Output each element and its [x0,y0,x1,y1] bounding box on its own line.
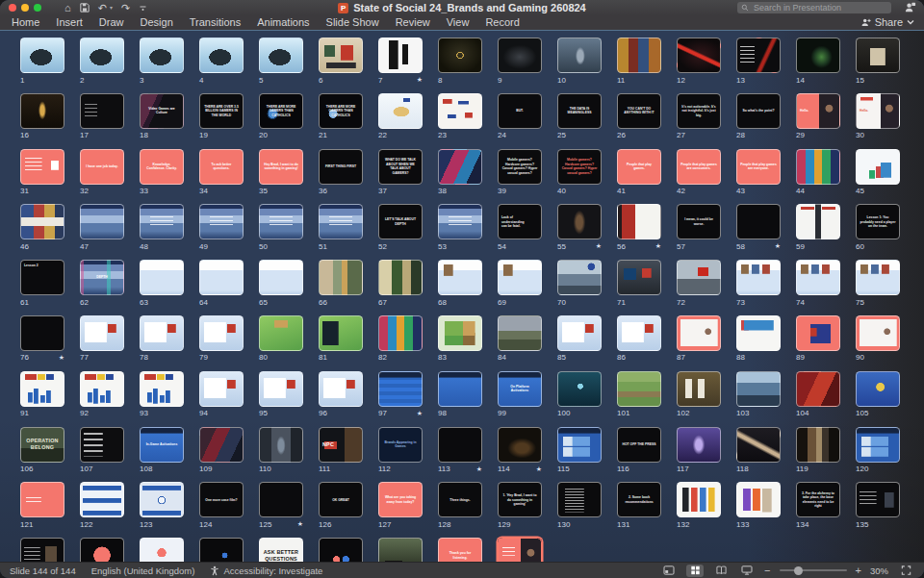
slide-thumbnail-56[interactable] [617,204,661,239]
normal-view-button[interactable] [660,565,678,577]
customize-toolbar-icon[interactable] [139,4,147,13]
slide-thumbnail-10[interactable] [557,38,602,73]
slide-thumbnail-79[interactable] [199,315,244,351]
slide-thumbnail-119[interactable] [796,427,840,463]
undo-dropdown-chevron-icon[interactable]: ▾ [110,5,113,11]
slide-thumbnail-73[interactable] [736,260,781,295]
slide-thumbnail-107[interactable] [80,427,124,463]
slide-thumbnail-33[interactable]: Knowledge. Confidence. Clarity. [140,149,184,185]
slide-thumbnail-109[interactable] [199,427,244,463]
slide-thumbnail-128[interactable]: Three things. [438,482,482,517]
slide-thumbnail-131[interactable]: 2. Some book recommendations [617,482,661,517]
slide-thumbnail-41[interactable]: People that play games. [617,149,661,185]
slide-thumbnail-3[interactable] [140,38,184,73]
undo-button[interactable]: ↶ [98,3,107,13]
slide-thumbnail-74[interactable] [796,260,840,295]
slide-thumbnail-121[interactable] [20,482,64,517]
slide-thumbnail-126[interactable]: OK GREAT [319,482,363,517]
slide-thumbnail-75[interactable] [856,260,900,295]
slide-thumbnail-7[interactable] [378,38,423,73]
slide-thumbnail-89[interactable] [796,315,840,351]
slide-thumbnail-88[interactable] [736,315,781,351]
zoom-slider-knob[interactable] [794,566,803,575]
slide-thumbnail-98[interactable] [438,371,482,407]
slide-thumbnail-90[interactable] [856,315,900,351]
slide-thumbnail-124[interactable]: One more case film? [199,482,244,517]
fit-slide-to-window-button[interactable] [897,565,914,577]
share-button[interactable]: Share [860,16,914,28]
slide-thumbnail-115[interactable] [557,427,602,463]
zoom-window-button[interactable] [34,4,41,12]
slide-thumbnail-13[interactable] [736,38,781,73]
menu-tab-review[interactable]: Review [396,17,430,28]
slide-thumbnail-106[interactable]: OPERATION BELONG [20,427,64,463]
slide-thumbnail-118[interactable] [736,427,781,463]
slide-thumbnail-116[interactable]: HOT OFF THE PRESS [617,427,661,463]
slide-thumbnail-6[interactable] [319,38,363,73]
slide-thumbnail-70[interactable] [557,260,602,295]
slide-thumbnail-28[interactable]: So what's the point? [736,93,781,129]
slide-thumbnail-50[interactable] [259,204,303,239]
slide-thumbnail-57[interactable]: I mean, it could be worse. [677,204,721,239]
slide-thumbnail-29[interactable]: Hello. [796,93,840,129]
reading-view-button[interactable] [712,565,730,577]
zoom-slider[interactable] [780,569,847,571]
slide-thumbnail-137[interactable] [80,538,124,564]
slide-thumbnail-80[interactable] [259,315,303,351]
slide-thumbnail-31[interactable] [20,149,64,185]
slide-thumbnail-22[interactable] [378,93,423,129]
minimize-window-button[interactable] [21,4,29,12]
slide-thumbnail-61[interactable]: Lesson 2 [20,260,64,295]
slide-thumbnail-84[interactable] [498,315,542,351]
menu-tab-insert[interactable]: Insert [56,17,83,28]
slide-thumbnail-4[interactable] [199,38,244,73]
menu-tab-home[interactable]: Home [12,17,39,28]
slide-thumbnail-108[interactable]: In-Game Activations [140,427,184,463]
menu-tab-animations[interactable]: Animations [257,17,309,28]
slide-thumbnail-63[interactable] [140,260,184,295]
slide-thumbnail-136[interactable] [20,538,64,564]
slide-thumbnail-117[interactable] [677,427,721,463]
slide-thumbnail-102[interactable] [677,371,721,407]
slide-thumbnail-125[interactable] [259,482,303,517]
slide-thumbnail-40[interactable]: Mobile gamers? Hardcore gamers? Casual g… [557,149,602,185]
slide-thumbnail-142[interactable] [378,538,423,564]
slide-thumbnail-59[interactable] [796,204,840,239]
slide-thumbnail-81[interactable] [319,315,363,351]
slide-thumbnail-51[interactable] [319,204,363,239]
slide-thumbnail-120[interactable] [856,427,900,463]
slide-thumbnail-78[interactable] [140,315,184,351]
slide-thumbnail-138[interactable] [140,538,184,564]
slide-thumbnail-17[interactable] [80,93,124,129]
account-avatar-icon[interactable] [904,1,916,13]
slide-thumbnail-141[interactable] [319,538,363,564]
slide-thumbnail-32[interactable]: I have one job today. [80,149,124,185]
menu-tab-record[interactable]: Record [485,17,519,28]
menu-tab-slide-show[interactable]: Slide Show [326,17,379,28]
menu-tab-design[interactable]: Design [141,17,173,28]
slide-thumbnail-101[interactable] [617,371,661,407]
menu-tab-view[interactable]: View [447,17,470,28]
slide-thumbnail-83[interactable] [438,315,482,351]
slide-thumbnail-12[interactable] [677,38,721,73]
slide-thumbnail-104[interactable] [796,371,840,407]
slide-thumbnail-68[interactable] [438,260,482,295]
slide-thumbnail-49[interactable] [199,204,244,239]
language-selector[interactable]: English (United Kingdom) [91,565,195,576]
slide-show-button[interactable] [738,565,756,577]
slide-thumbnail-1[interactable] [20,38,64,73]
slide-thumbnail-86[interactable] [617,315,661,351]
slide-thumbnail-122[interactable] [80,482,124,517]
menu-tab-transitions[interactable]: Transitions [190,17,241,28]
slide-thumbnail-130[interactable] [557,482,602,517]
home-icon[interactable]: ⌂ [64,3,71,13]
slide-thumbnail-92[interactable] [80,371,124,407]
slide-thumbnail-18[interactable]: Video Games are Culture [140,93,184,129]
slide-thumbnail-144[interactable] [498,538,542,564]
slide-thumbnail-110[interactable] [259,427,303,463]
slide-thumbnail-36[interactable]: FIRST THING FIRST [319,149,363,185]
zoom-out-button[interactable]: − [764,565,770,576]
slide-thumbnail-113[interactable] [438,427,482,463]
slide-thumbnail-105[interactable] [856,371,900,407]
accessibility-status[interactable]: Accessibility: Investigate [210,565,322,576]
